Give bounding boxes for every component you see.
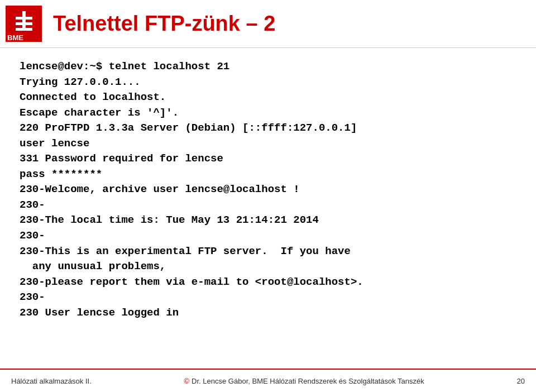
slide-title: Telnettel FTP-zünk – 2 [53, 12, 275, 36]
logo-area: BME [6, 6, 42, 42]
footer-page-number: 20 [517, 377, 525, 385]
bme-logo: BME [6, 6, 42, 42]
footer-center-text: Dr. Lencse Gábor, BME Hálózati Rendszere… [192, 377, 424, 385]
svg-text:BME: BME [7, 34, 23, 42]
footer-center: © Dr. Lencse Gábor, BME Hálózati Rendsze… [184, 377, 424, 385]
svg-rect-2 [16, 17, 32, 20]
svg-rect-4 [16, 28, 32, 31]
footer-left-text: Hálózati alkalmazások II. [11, 377, 92, 385]
terminal-output: lencse@dev:~$ telnet localhost 21 Trying… [20, 59, 516, 321]
footer: Hálózati alkalmazások II. © Dr. Lencse G… [0, 369, 536, 392]
main-content: lencse@dev:~$ telnet localhost 21 Trying… [0, 48, 536, 369]
copyright-symbol: © [184, 377, 190, 385]
header: BME Telnettel FTP-zünk – 2 [0, 0, 536, 48]
svg-rect-3 [16, 22, 32, 25]
